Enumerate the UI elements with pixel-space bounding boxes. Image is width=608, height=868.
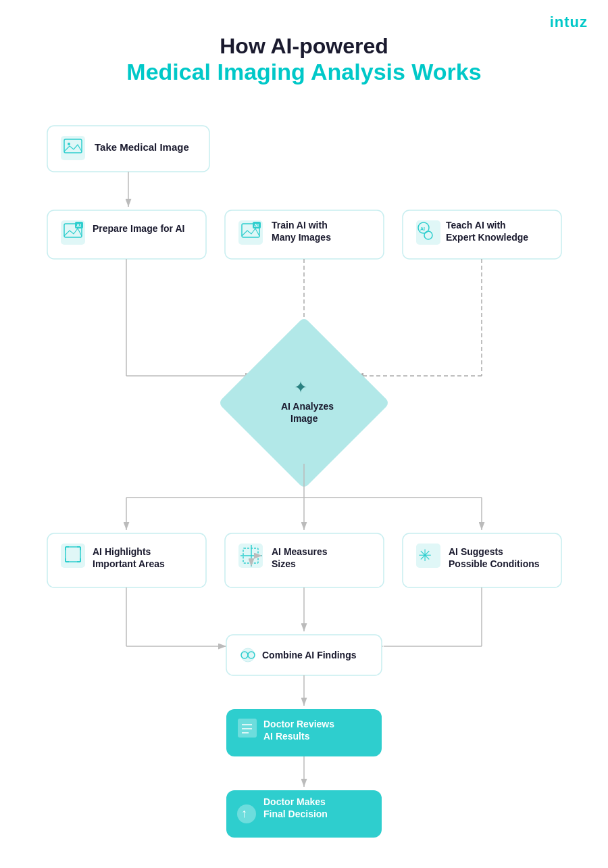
header-line2: Medical Imaging Analysis Works — [27, 59, 581, 85]
svg-text:AI Results: AI Results — [263, 731, 310, 742]
svg-text:Final Decision: Final Decision — [263, 809, 328, 819]
header-line1: How AI-powered — [27, 34, 581, 59]
svg-text:Possible Conditions: Possible Conditions — [449, 558, 540, 569]
svg-text:Sizes: Sizes — [272, 558, 296, 569]
svg-text:AI Analyzes: AI Analyzes — [281, 401, 334, 412]
svg-text:↑: ↑ — [241, 806, 247, 820]
svg-text:Doctor Reviews: Doctor Reviews — [263, 719, 334, 729]
svg-text:Teach AI with: Teach AI with — [446, 220, 506, 231]
page-wrapper: intuz How AI-powered Medical Imaging Ana… — [0, 0, 608, 868]
logo: intuz — [550, 14, 588, 31]
svg-text:Expert Knowledge: Expert Knowledge — [446, 232, 528, 243]
svg-text:Train AI with: Train AI with — [272, 220, 328, 231]
svg-point-6 — [68, 143, 70, 145]
svg-text:AI: AI — [76, 223, 81, 228]
svg-text:AI Highlights: AI Highlights — [93, 546, 151, 557]
flow-diagram: Take Medical Image AI Prepare Image for … — [27, 112, 581, 859]
svg-text:AI: AI — [254, 223, 259, 228]
flow-svg: Take Medical Image AI Prepare Image for … — [27, 112, 581, 856]
svg-text:Image: Image — [290, 413, 318, 424]
svg-text:Important Areas: Important Areas — [93, 558, 165, 569]
svg-text:✳: ✳ — [418, 546, 432, 564]
svg-text:AI: AI — [420, 226, 425, 231]
svg-text:Prepare Image for AI: Prepare Image for AI — [93, 223, 184, 234]
svg-text:Many Images: Many Images — [272, 232, 331, 243]
svg-text:AI Measures: AI Measures — [272, 546, 328, 557]
header: How AI-powered Medical Imaging Analysis … — [27, 34, 581, 85]
take-medical-label: Take Medical Image — [95, 141, 189, 153]
svg-text:AI Suggests: AI Suggests — [449, 546, 503, 557]
svg-text:✦: ✦ — [294, 378, 307, 396]
svg-text:Doctor Makes: Doctor Makes — [263, 796, 326, 807]
svg-rect-80 — [238, 719, 257, 738]
logo-text: intuz — [550, 14, 588, 30]
svg-text:Combine AI Findings: Combine AI Findings — [262, 650, 357, 660]
